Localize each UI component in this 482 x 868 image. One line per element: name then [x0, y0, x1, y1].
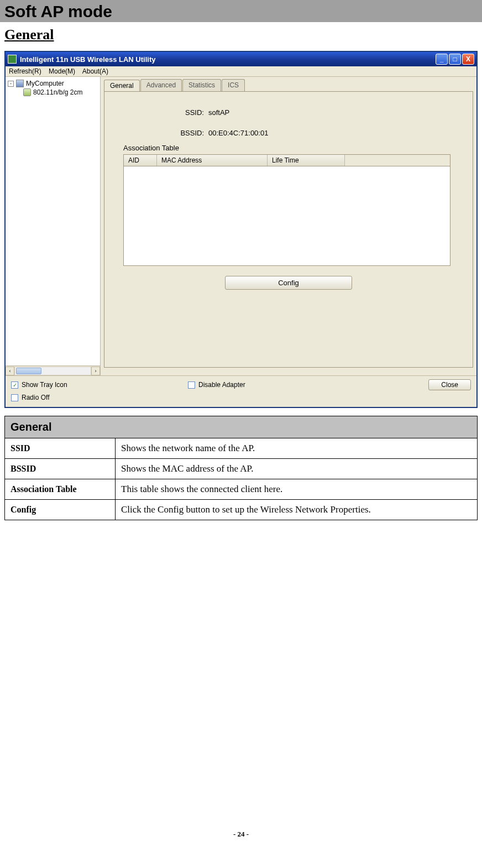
- desc-val: Shows the MAC address of the AP.: [116, 459, 478, 479]
- table-row: Association Table This table shows the c…: [5, 479, 478, 500]
- col-aid[interactable]: AID: [124, 155, 157, 166]
- association-table-label: Association Table: [123, 144, 450, 152]
- app-icon: [8, 55, 17, 64]
- close-button[interactable]: Close: [428, 379, 471, 390]
- window-close-button[interactable]: X: [462, 54, 474, 65]
- section-heading-general: General: [4, 27, 478, 43]
- col-mac[interactable]: MAC Address: [157, 155, 268, 166]
- window-title: Intelligent 11n USB Wireless LAN Utility: [20, 55, 434, 64]
- app-window: Intelligent 11n USB Wireless LAN Utility…: [4, 51, 478, 408]
- menu-refresh[interactable]: Refresh(R): [9, 67, 41, 75]
- tree-root-label: MyComputer: [26, 80, 64, 87]
- bottom-bar: ✓ Show Tray Icon Disable Adapter Close R…: [6, 375, 476, 407]
- checkbox-checked-icon: ✓: [11, 381, 18, 389]
- association-table-body: [123, 166, 450, 266]
- config-button[interactable]: Config: [225, 276, 352, 290]
- radio-off-checkbox[interactable]: Radio Off: [11, 394, 188, 401]
- show-tray-label: Show Tray Icon: [22, 381, 67, 389]
- desc-key: Config: [5, 500, 116, 520]
- radio-off-label: Radio Off: [22, 394, 49, 401]
- table-row: Config Click the Config button to set up…: [5, 500, 478, 520]
- maximize-button[interactable]: □: [449, 54, 461, 65]
- ssid-value: softAP: [208, 108, 229, 117]
- page-title: Soft AP mode: [4, 2, 478, 21]
- bssid-row: BSSID: 00:E0:4C:71:00:01: [165, 129, 450, 137]
- tabstrip: General Advanced Statistics ICS: [101, 77, 476, 91]
- tab-statistics[interactable]: Statistics: [182, 79, 221, 91]
- scroll-track[interactable]: [14, 367, 91, 375]
- titlebar: Intelligent 11n USB Wireless LAN Utility…: [6, 52, 476, 66]
- menu-mode[interactable]: Mode(M): [49, 67, 75, 75]
- tab-general[interactable]: General: [104, 80, 140, 92]
- disable-adapter-checkbox[interactable]: Disable Adapter: [188, 381, 428, 389]
- tab-advanced[interactable]: Advanced: [140, 79, 182, 91]
- tree-root-row[interactable]: - MyComputer: [8, 79, 98, 88]
- minimize-button[interactable]: _: [436, 54, 448, 65]
- association-table-header: AID MAC Address Life Time: [123, 154, 450, 166]
- menu-about[interactable]: About(A): [82, 67, 108, 75]
- desc-table-header: General: [5, 416, 478, 438]
- association-table: AID MAC Address Life Time: [123, 154, 450, 266]
- page-title-bar: Soft AP mode: [0, 0, 482, 22]
- desc-key: SSID: [5, 438, 116, 459]
- client-area: - MyComputer 802.11n/b/g 2cm ‹ › General…: [6, 77, 476, 375]
- tree-horizontal-scrollbar[interactable]: ‹ ›: [6, 365, 100, 375]
- table-row: BSSID Shows the MAC address of the AP.: [5, 459, 478, 479]
- main-pane: General Advanced Statistics ICS SSID: so…: [101, 77, 476, 375]
- bssid-value: 00:E0:4C:71:00:01: [208, 129, 268, 137]
- ssid-label: SSID:: [165, 108, 204, 117]
- collapse-icon[interactable]: -: [8, 81, 14, 87]
- description-table: General SSID Shows the network name of t…: [4, 416, 478, 520]
- scroll-left-icon[interactable]: ‹: [6, 367, 14, 375]
- adapter-icon: [23, 88, 31, 96]
- checkbox-unchecked-icon: [11, 394, 18, 401]
- computer-icon: [16, 80, 24, 87]
- desc-val: This table shows the connected client he…: [116, 479, 478, 500]
- table-row: SSID Shows the network name of the AP.: [5, 438, 478, 459]
- desc-val: Shows the network name of the AP.: [116, 438, 478, 459]
- tree-pane: - MyComputer 802.11n/b/g 2cm ‹ ›: [6, 77, 101, 375]
- show-tray-checkbox[interactable]: ✓ Show Tray Icon: [11, 381, 188, 389]
- general-panel: SSID: softAP BSSID: 00:E0:4C:71:00:01 As…: [104, 91, 473, 368]
- menubar: Refresh(R) Mode(M) About(A): [6, 66, 476, 77]
- checkbox-unchecked-icon: [188, 381, 195, 389]
- disable-adapter-label: Disable Adapter: [198, 381, 245, 389]
- tree-adapter-label: 802.11n/b/g 2cm: [33, 88, 82, 96]
- desc-val: Click the Config button to set up the Wi…: [116, 500, 478, 520]
- desc-key: BSSID: [5, 459, 116, 479]
- desc-key: Association Table: [5, 479, 116, 500]
- page-footer: - 24 -: [0, 830, 482, 850]
- scroll-right-icon[interactable]: ›: [91, 367, 100, 375]
- tab-ics[interactable]: ICS: [222, 79, 245, 91]
- col-life[interactable]: Life Time: [268, 155, 345, 166]
- ssid-row: SSID: softAP: [165, 108, 450, 117]
- bssid-label: BSSID:: [165, 129, 204, 137]
- scroll-thumb[interactable]: [16, 368, 41, 374]
- tree-adapter-row[interactable]: 802.11n/b/g 2cm: [8, 88, 98, 97]
